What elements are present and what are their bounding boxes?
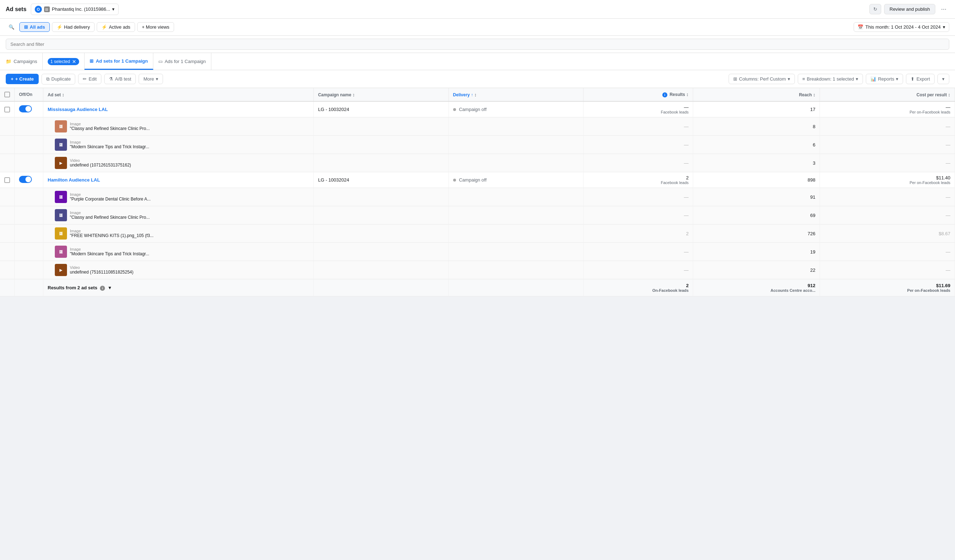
ab-test-button[interactable]: ⚗ A/B test [104,74,136,84]
ad-row: 🖼 Image "Modern Skincare Tips and Trick … [0,136,955,154]
footer-expand-icon[interactable]: ▾ [108,285,111,290]
ad-delivery-cell [448,225,584,243]
ad-row: 🖼 Image "FREE WHITENING KITS (1).png_105… [0,225,955,243]
row-checkbox[interactable] [4,107,10,113]
ad-name-cell: 🖼 Image "Classy and Refined Skincare Cli… [43,206,314,225]
ad-thumbnail: 🖼 [55,139,67,151]
review-publish-button[interactable]: Review and publish [884,4,935,14]
more-options-button[interactable]: ··· [938,4,949,14]
adset-toggle[interactable] [19,176,32,183]
footer-toggle-cell [15,279,43,296]
more-button[interactable]: More [139,74,163,84]
ad-campaign-cell [313,261,448,279]
ad-type-label: Image [70,192,151,197]
ad-check-cell [0,225,15,243]
deselect-button[interactable]: ✕ [72,59,76,64]
ad-check-cell [0,117,15,136]
edit-icon: ✏ [83,76,87,81]
top-bar-right: ↻ Review and publish ··· [869,4,949,14]
ad-campaign-cell [313,225,448,243]
breadcrumb-selected-badge-container: 1 selected ✕ [42,53,85,70]
ad-info: Video undefined (75161110851825254) [70,265,134,275]
ad-delivery-cell [448,206,584,225]
active-ads-icon: ⚡ [102,24,107,30]
search-input[interactable] [6,39,949,50]
selected-badge[interactable]: 1 selected ✕ [48,58,80,65]
cost-sort-icon: ↕ [948,92,951,97]
duplicate-button[interactable]: ⧉ Duplicate [42,74,75,84]
delivery-cell: Campaign off [448,172,584,188]
ad-type-label: Video [70,158,131,163]
ad-name-value: "Purple Corporate Dental Clinic Before A… [70,197,151,202]
ad-reach-cell: 69 [693,206,820,225]
ad-cost-value: — [946,267,950,273]
adset-name-link[interactable]: Hamilton Audience LAL [48,177,100,183]
reach-cell: 898 [693,172,820,188]
tab-had-delivery[interactable]: ⚡ Had delivery [52,22,95,32]
row-checkbox-cell [0,172,15,188]
reach-value: 898 [808,177,816,183]
ad-delivery-cell [448,136,584,154]
footer-results-label: On-Facebook leads [588,288,689,293]
all-ads-icon: ⊞ [24,24,28,30]
ad-name-value: "Classy and Refined Skincare Clinic Pro.… [70,215,150,220]
tab-more-views[interactable]: + More views [137,22,174,32]
tab-all-ads[interactable]: ⊞ All ads [19,22,50,32]
date-range-selector[interactable]: 📅 This month: 1 Oct 2024 - 4 Oct 2024 ▾ [853,22,949,32]
ad-thumbnail: ▶ [55,157,67,169]
footer-reach-cell: 912 Accounts Centre acco... [693,279,820,296]
delivery-sort-asc-icon: ↑ [471,92,473,97]
results-label: Facebook leads [588,180,689,185]
ad-reach-value: 22 [810,267,815,273]
account-name: Phantastiq Inc. (10315986... [52,6,110,12]
export-button[interactable]: ⬆ Export [906,74,935,84]
delivery-header[interactable]: Delivery ↑ ↕ [448,88,584,101]
ad-name-cell: 🖼 Image "Purple Corporate Dental Clinic … [43,188,314,206]
results-header[interactable]: i Results ↕ [584,88,693,101]
account-selector[interactable]: O ▤ Phantastiq Inc. (10315986... ▾ [31,3,119,15]
search-bar [0,36,955,53]
breadcrumb-campaigns[interactable]: 📁 Campaigns [6,53,42,70]
ad-reach-value: 6 [813,142,815,147]
breadcrumb-ads[interactable]: ▭ Ads for 1 Campaign [153,53,211,70]
tab-active-ads[interactable]: ⚡ Active ads [97,22,135,32]
select-all-checkbox[interactable] [4,92,10,97]
columns-button[interactable]: ⊞ Columns: Perf Custom [729,74,795,84]
refresh-button[interactable]: ↻ [869,4,881,14]
date-dropdown-icon: ▾ [943,24,945,30]
ad-delivery-cell [448,261,584,279]
export-dropdown-button[interactable]: ▾ [938,74,949,84]
ad-name-value: undefined (1071261531375162) [70,163,131,167]
ad-campaign-cell [313,206,448,225]
footer-label-cell: Results from 2 ad sets i ▾ [43,279,314,296]
edit-button[interactable]: ✏ Edit [78,74,101,84]
ad-name-value: "Modern Skincare Tips and Trick Instagr.… [70,144,149,149]
adset-header[interactable]: Ad set ↕ [43,88,314,101]
breadcrumb-adsets[interactable]: ⊞ Ad sets for 1 Campaign [85,53,153,70]
account-dropdown-icon: ▾ [112,6,114,12]
ad-toggle-cell [15,117,43,136]
ad-cost-value: — [946,213,950,218]
ad-name-value: "Classy and Refined Skincare Clinic Pro.… [70,126,150,131]
ad-thumbnail: 🖼 [55,246,67,258]
reach-value: 17 [810,107,815,112]
ad-results-value: — [684,124,689,129]
create-button[interactable]: + + Create [6,74,39,84]
reports-button[interactable]: 📊 Reports [866,74,903,84]
ad-info: Image "Modern Skincare Tips and Trick In… [70,247,149,257]
campaign-header[interactable]: Campaign name ↕ [313,88,448,101]
search-icon-button[interactable]: 🔍 [6,23,17,31]
cost-cell: $11.40 Per on-Facebook leads [820,172,955,188]
ad-results-cell: — [584,188,693,206]
ad-cost-cell: — [820,206,955,225]
reach-header[interactable]: Reach ↕ [693,88,820,101]
adset-toggle[interactable] [19,105,32,113]
ad-reach-cell: 19 [693,243,820,261]
breakdown-button[interactable]: ≡ Breakdown: 1 selected [798,74,863,84]
delivery-value: Campaign off [459,177,487,183]
ad-results-cell: — [584,154,693,172]
cost-header[interactable]: Cost per result ↕ [820,88,955,101]
toggle-header: Off/On [15,88,43,101]
adset-name-link[interactable]: Mississauga Audience LAL [48,107,108,112]
row-checkbox[interactable] [4,177,10,183]
